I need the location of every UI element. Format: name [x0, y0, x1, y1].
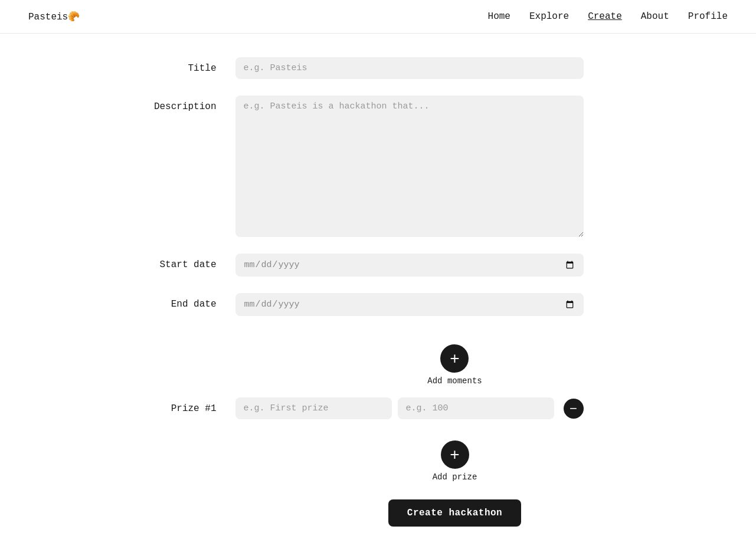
prize-1-amount-input[interactable]	[398, 397, 554, 419]
create-hackathon-button[interactable]: Create hackathon	[388, 499, 521, 527]
create-section: Create hackathon	[235, 494, 675, 527]
description-label: Description	[82, 96, 235, 112]
remove-prize-1-button[interactable]: −	[564, 399, 584, 419]
end-date-input[interactable]	[235, 293, 584, 316]
end-date-wrapper	[235, 293, 584, 316]
prize-1-label: Prize #1	[82, 403, 235, 414]
start-date-row: Start date	[82, 254, 675, 277]
title-label: Title	[82, 57, 235, 74]
start-date-wrapper	[235, 254, 584, 277]
start-date-input[interactable]	[235, 254, 584, 277]
create-form: Title Description Start date End date + …	[54, 57, 703, 527]
start-date-label: Start date	[82, 254, 235, 270]
add-moments-icon: +	[450, 350, 459, 367]
add-moments-section: + Add moments	[235, 333, 675, 397]
add-prize-button[interactable]: +	[441, 440, 469, 469]
logo: Pasteis🥐	[28, 11, 80, 22]
nav-profile[interactable]: Profile	[688, 11, 728, 22]
add-prize-label: Add prize	[433, 472, 477, 482]
nav-create[interactable]: Create	[588, 11, 622, 22]
add-prize-section: + Add prize	[235, 429, 675, 494]
add-prize-icon: +	[450, 446, 459, 463]
prize-1-name-input[interactable]	[235, 397, 392, 419]
nav-links: Home Explore Create About Profile	[488, 11, 728, 22]
nav-home[interactable]: Home	[488, 11, 510, 22]
title-input[interactable]	[235, 57, 584, 79]
prize-1-inputs: −	[235, 397, 584, 419]
logo-text: Pasteis	[28, 12, 68, 22]
description-row: Description	[82, 96, 675, 237]
add-moments-label: Add moments	[427, 376, 482, 386]
nav-about[interactable]: About	[641, 11, 669, 22]
title-row: Title	[82, 57, 675, 79]
remove-prize-icon: −	[570, 402, 577, 415]
navbar: Pasteis🥐 Home Explore Create About Profi…	[0, 0, 756, 34]
add-moments-button[interactable]: +	[440, 344, 469, 373]
description-input[interactable]	[235, 96, 584, 237]
nav-explore[interactable]: Explore	[529, 11, 569, 22]
add-prize-center: + Add prize	[433, 440, 477, 482]
logo-emoji: 🥐	[68, 12, 80, 22]
end-date-label: End date	[82, 293, 235, 310]
prize-row-1: Prize #1 −	[82, 397, 675, 419]
end-date-row: End date	[82, 293, 675, 316]
add-moments-center: + Add moments	[427, 344, 482, 386]
